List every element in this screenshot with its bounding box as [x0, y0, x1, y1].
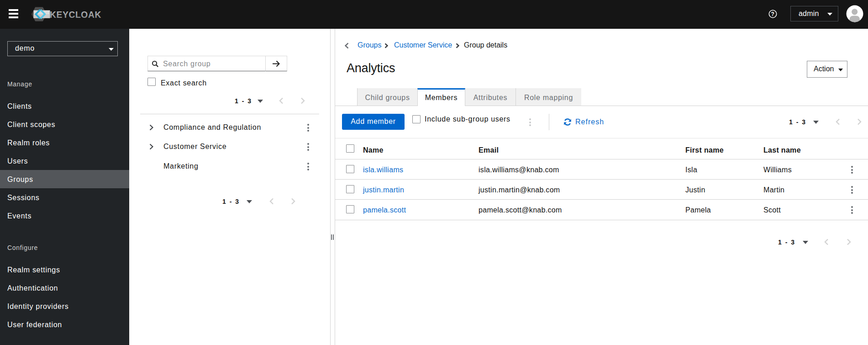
svg-text:KEYCLOAK: KEYCLOAK	[50, 9, 101, 20]
svg-text:?: ?	[771, 11, 774, 17]
